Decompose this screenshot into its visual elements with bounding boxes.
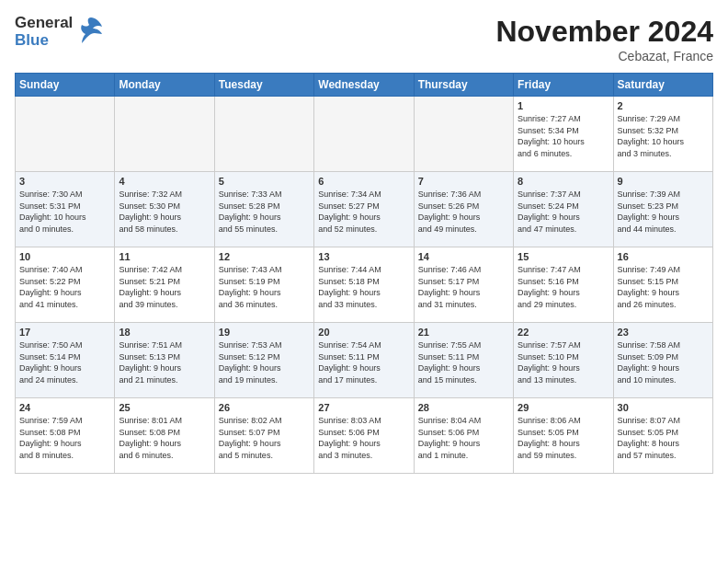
day-info: Sunrise: 7:27 AM Sunset: 5:34 PM Dayligh…: [518, 113, 609, 159]
day-number: 23: [618, 327, 709, 338]
calendar-cell: 24Sunrise: 7:59 AM Sunset: 5:08 PM Dayli…: [16, 398, 115, 474]
day-info: Sunrise: 7:55 AM Sunset: 5:11 PM Dayligh…: [418, 339, 509, 385]
day-info: Sunrise: 8:06 AM Sunset: 5:05 PM Dayligh…: [518, 415, 609, 461]
day-number: 4: [119, 176, 210, 187]
col-monday: Monday: [115, 74, 214, 97]
calendar-cell: 2Sunrise: 7:29 AM Sunset: 5:32 PM Daylig…: [613, 97, 712, 172]
day-number: 21: [418, 327, 509, 338]
day-number: 8: [518, 176, 609, 187]
header: General Blue November 2024 Cebazat, Fran…: [15, 15, 713, 63]
day-info: Sunrise: 7:34 AM Sunset: 5:27 PM Dayligh…: [318, 189, 409, 235]
calendar-cell: 11Sunrise: 7:42 AM Sunset: 5:21 PM Dayli…: [115, 247, 214, 323]
day-info: Sunrise: 8:03 AM Sunset: 5:06 PM Dayligh…: [318, 415, 409, 461]
calendar-cell: 13Sunrise: 7:44 AM Sunset: 5:18 PM Dayli…: [314, 247, 414, 323]
day-number: 7: [418, 176, 509, 187]
calendar-cell: 18Sunrise: 7:51 AM Sunset: 5:13 PM Dayli…: [115, 323, 214, 398]
day-number: 15: [518, 251, 609, 262]
calendar-week-4: 24Sunrise: 7:59 AM Sunset: 5:08 PM Dayli…: [16, 398, 713, 474]
calendar-week-3: 17Sunrise: 7:50 AM Sunset: 5:14 PM Dayli…: [16, 323, 713, 398]
day-number: 18: [119, 327, 210, 338]
calendar-cell: 8Sunrise: 7:37 AM Sunset: 5:24 PM Daylig…: [514, 172, 613, 247]
day-info: Sunrise: 7:49 AM Sunset: 5:15 PM Dayligh…: [618, 264, 709, 310]
col-friday: Friday: [514, 74, 613, 97]
day-info: Sunrise: 7:30 AM Sunset: 5:31 PM Dayligh…: [19, 189, 110, 235]
calendar-cell: 21Sunrise: 7:55 AM Sunset: 5:11 PM Dayli…: [414, 323, 513, 398]
calendar-cell: [214, 97, 313, 172]
day-info: Sunrise: 8:07 AM Sunset: 5:05 PM Dayligh…: [618, 415, 709, 461]
calendar-cell: 25Sunrise: 8:01 AM Sunset: 5:08 PM Dayli…: [115, 398, 214, 474]
day-number: 12: [219, 251, 310, 262]
calendar-cell: 19Sunrise: 7:53 AM Sunset: 5:12 PM Dayli…: [214, 323, 313, 398]
calendar-cell: 3Sunrise: 7:30 AM Sunset: 5:31 PM Daylig…: [16, 172, 115, 247]
day-number: 20: [318, 327, 409, 338]
day-info: Sunrise: 7:36 AM Sunset: 5:26 PM Dayligh…: [418, 189, 509, 235]
calendar-body: 1Sunrise: 7:27 AM Sunset: 5:34 PM Daylig…: [16, 97, 713, 474]
calendar-cell: 15Sunrise: 7:47 AM Sunset: 5:16 PM Dayli…: [514, 247, 613, 323]
day-number: 26: [219, 402, 310, 413]
day-info: Sunrise: 7:51 AM Sunset: 5:13 PM Dayligh…: [119, 339, 210, 385]
calendar-table: Sunday Monday Tuesday Wednesday Thursday…: [15, 73, 713, 474]
col-thursday: Thursday: [414, 74, 513, 97]
day-info: Sunrise: 7:57 AM Sunset: 5:10 PM Dayligh…: [518, 339, 609, 385]
day-number: 6: [318, 176, 409, 187]
day-info: Sunrise: 8:01 AM Sunset: 5:08 PM Dayligh…: [119, 415, 210, 461]
day-number: 24: [19, 402, 110, 413]
day-number: 29: [518, 402, 609, 413]
calendar-week-2: 10Sunrise: 7:40 AM Sunset: 5:22 PM Dayli…: [16, 247, 713, 323]
calendar-cell: [314, 97, 414, 172]
day-info: Sunrise: 7:46 AM Sunset: 5:17 PM Dayligh…: [418, 264, 509, 310]
day-info: Sunrise: 7:50 AM Sunset: 5:14 PM Dayligh…: [19, 339, 110, 385]
day-info: Sunrise: 7:42 AM Sunset: 5:21 PM Dayligh…: [119, 264, 210, 310]
calendar-cell: 17Sunrise: 7:50 AM Sunset: 5:14 PM Dayli…: [16, 323, 115, 398]
day-number: 28: [418, 402, 509, 413]
logo-general: General: [15, 15, 73, 32]
calendar-cell: 27Sunrise: 8:03 AM Sunset: 5:06 PM Dayli…: [314, 398, 414, 474]
day-number: 2: [618, 100, 709, 111]
day-number: 14: [418, 251, 509, 262]
day-info: Sunrise: 8:02 AM Sunset: 5:07 PM Dayligh…: [219, 415, 310, 461]
calendar-cell: 6Sunrise: 7:34 AM Sunset: 5:27 PM Daylig…: [314, 172, 414, 247]
day-info: Sunrise: 7:44 AM Sunset: 5:18 PM Dayligh…: [318, 264, 409, 310]
logo-bird-icon: [78, 16, 104, 49]
day-number: 3: [19, 176, 110, 187]
calendar-week-1: 3Sunrise: 7:30 AM Sunset: 5:31 PM Daylig…: [16, 172, 713, 247]
day-number: 5: [219, 176, 310, 187]
day-number: 17: [19, 327, 110, 338]
calendar-cell: 22Sunrise: 7:57 AM Sunset: 5:10 PM Dayli…: [514, 323, 613, 398]
day-info: Sunrise: 7:40 AM Sunset: 5:22 PM Dayligh…: [19, 264, 110, 310]
calendar-cell: [16, 97, 115, 172]
day-number: 27: [318, 402, 409, 413]
calendar-cell: 23Sunrise: 7:58 AM Sunset: 5:09 PM Dayli…: [613, 323, 712, 398]
logo: General Blue: [15, 15, 104, 49]
calendar-cell: 29Sunrise: 8:06 AM Sunset: 5:05 PM Dayli…: [514, 398, 613, 474]
calendar-cell: [414, 97, 513, 172]
month-title: November 2024: [495, 15, 713, 49]
day-info: Sunrise: 7:37 AM Sunset: 5:24 PM Dayligh…: [518, 189, 609, 235]
day-info: Sunrise: 7:32 AM Sunset: 5:30 PM Dayligh…: [119, 189, 210, 235]
calendar-cell: 20Sunrise: 7:54 AM Sunset: 5:11 PM Dayli…: [314, 323, 414, 398]
calendar-cell: 28Sunrise: 8:04 AM Sunset: 5:06 PM Dayli…: [414, 398, 513, 474]
day-info: Sunrise: 7:47 AM Sunset: 5:16 PM Dayligh…: [518, 264, 609, 310]
day-info: Sunrise: 7:29 AM Sunset: 5:32 PM Dayligh…: [618, 113, 709, 159]
day-number: 22: [518, 327, 609, 338]
calendar-cell: [115, 97, 214, 172]
day-number: 11: [119, 251, 210, 262]
day-info: Sunrise: 7:58 AM Sunset: 5:09 PM Dayligh…: [618, 339, 709, 385]
col-tuesday: Tuesday: [214, 74, 313, 97]
day-info: Sunrise: 7:53 AM Sunset: 5:12 PM Dayligh…: [219, 339, 310, 385]
day-number: 25: [119, 402, 210, 413]
calendar-cell: 9Sunrise: 7:39 AM Sunset: 5:23 PM Daylig…: [613, 172, 712, 247]
logo-icon: General Blue: [15, 15, 73, 49]
day-info: Sunrise: 7:33 AM Sunset: 5:28 PM Dayligh…: [219, 189, 310, 235]
day-number: 30: [618, 402, 709, 413]
header-row: Sunday Monday Tuesday Wednesday Thursday…: [16, 74, 713, 97]
calendar-cell: 16Sunrise: 7:49 AM Sunset: 5:15 PM Dayli…: [613, 247, 712, 323]
calendar-cell: 30Sunrise: 8:07 AM Sunset: 5:05 PM Dayli…: [613, 398, 712, 474]
location: Cebazat, France: [495, 49, 713, 63]
day-number: 13: [318, 251, 409, 262]
col-sunday: Sunday: [16, 74, 115, 97]
title-block: November 2024 Cebazat, France: [495, 15, 713, 63]
calendar-cell: 14Sunrise: 7:46 AM Sunset: 5:17 PM Dayli…: [414, 247, 513, 323]
day-number: 10: [19, 251, 110, 262]
col-saturday: Saturday: [613, 74, 712, 97]
